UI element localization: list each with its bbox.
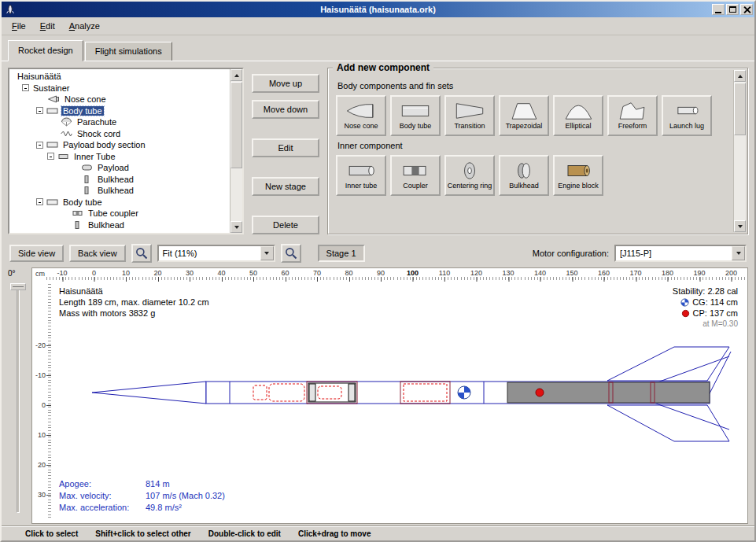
parachute-icon (60, 117, 73, 127)
collapse-icon[interactable] (36, 142, 43, 149)
h-ruler-tick: 170 (629, 269, 641, 277)
tree-item-label: Shock cord (76, 129, 122, 138)
tree-item-selected[interactable]: Body tube (9, 105, 230, 117)
move-down-button[interactable]: Move down (252, 100, 319, 119)
tree-item[interactable]: Haisunäätä (9, 71, 230, 83)
title-bar[interactable]: Haisunäätä (haisunaata.ork) (2, 2, 754, 17)
zoom-value: Fit (11%) (159, 249, 260, 258)
tree-item[interactable]: Inner Tube (9, 151, 230, 163)
inner-components-row: Inner tube Coupler Centering ring Bulkhe… (336, 155, 732, 196)
button-label: Trapezoidal (506, 123, 543, 131)
hint-shift-click: Shift+click to select other (95, 529, 190, 538)
add-inner-tube-button[interactable]: Inner tube (336, 155, 386, 196)
add-trapezoidal-fin-button[interactable]: Trapezoidal (499, 95, 549, 136)
body-tube-icon (398, 101, 433, 121)
ruler-unit-label: cm (35, 270, 45, 278)
add-bulkhead-button[interactable]: Bulkhead (499, 155, 549, 196)
add-body-tube-button[interactable]: Body tube (390, 95, 441, 136)
scroll-track[interactable] (230, 81, 242, 221)
collapse-icon[interactable] (36, 198, 43, 205)
maximize-button[interactable] (726, 4, 739, 15)
rotation-slider-thumb[interactable] (10, 283, 26, 290)
acceleration-value: 49.8 m/s² (146, 503, 182, 512)
menu-file[interactable]: File (5, 19, 33, 33)
h-ruler-tick: 20 (153, 269, 161, 277)
arrow-up-icon (738, 75, 743, 78)
zoom-out-button[interactable] (281, 244, 301, 263)
edit-button[interactable]: Edit (252, 138, 319, 157)
tree-item[interactable]: Payload (9, 162, 230, 174)
button-label: Coupler (403, 183, 428, 190)
zoom-in-button[interactable] (131, 244, 152, 263)
h-ruler-tick: 100 (407, 269, 419, 277)
motor-dropdown-button[interactable] (732, 246, 745, 260)
add-coupler-button[interactable]: Coupler (390, 155, 441, 196)
rotation-control: 0° (5, 267, 31, 524)
menu-edit[interactable]: Edit (33, 19, 62, 33)
scroll-thumb[interactable] (734, 83, 746, 135)
add-transition-button[interactable]: Transition (444, 95, 495, 136)
collapse-icon[interactable] (22, 84, 29, 91)
scroll-track[interactable] (734, 82, 746, 220)
motor-configuration-label: Motor configuration: (533, 249, 609, 258)
back-view-button[interactable]: Back view (69, 245, 126, 262)
add-engine-block-button[interactable]: Engine block (553, 155, 603, 196)
tree-scrollbar[interactable] (230, 69, 242, 233)
h-ruler-tick: 140 (534, 269, 546, 277)
tree-item[interactable]: Shock cord (9, 128, 230, 140)
scroll-thumb[interactable] (230, 82, 242, 168)
nose-cone-icon (344, 101, 378, 121)
rocket-name: Haisunäätä (59, 286, 209, 297)
tree-item[interactable]: Nose cone (9, 94, 230, 105)
h-ruler-tick: 50 (249, 269, 257, 277)
scroll-down-button[interactable] (734, 220, 746, 232)
magnifier-icon (284, 246, 298, 260)
flight-stats: Apogee:814 m Max. velocity:107 m/s (Mach… (59, 478, 225, 514)
rotation-slider-track[interactable] (17, 286, 20, 513)
collapse-icon[interactable] (36, 107, 43, 114)
cp-value: CP: 137 cm (693, 308, 738, 319)
stage-1-toggle[interactable]: Stage 1 (318, 245, 365, 262)
zoom-dropdown-button[interactable] (260, 246, 274, 260)
add-component-scrollbar[interactable] (733, 70, 746, 232)
minimize-button[interactable] (712, 4, 725, 15)
tree-item[interactable]: Tube coupler (9, 208, 230, 219)
freeform-fin-icon (615, 101, 650, 121)
scroll-up-button[interactable] (230, 69, 242, 81)
add-centering-ring-button[interactable]: Centering ring (444, 155, 495, 196)
close-icon (743, 6, 750, 13)
add-nose-cone-button[interactable]: Nose cone (336, 95, 386, 136)
collapse-icon[interactable] (47, 153, 54, 160)
h-ruler-tick: 190 (693, 269, 705, 277)
elliptical-fin-icon (561, 101, 596, 121)
close-button[interactable] (740, 4, 753, 15)
tree-item[interactable]: Bulkhead (9, 185, 230, 197)
new-stage-button[interactable]: New stage (252, 177, 319, 196)
add-freeform-fin-button[interactable]: Freeform (607, 95, 658, 136)
add-launch-lug-button[interactable]: Launch lug (662, 95, 712, 136)
tree-item[interactable]: Bulkhead (9, 174, 230, 186)
delete-button[interactable]: Delete (252, 216, 319, 234)
move-up-button[interactable]: Move up (252, 74, 319, 93)
tree-item[interactable]: Sustainer (9, 83, 230, 94)
tab-flight-simulations[interactable]: Flight simulations (85, 42, 172, 61)
scroll-down-button[interactable] (230, 221, 242, 233)
scroll-up-button[interactable] (734, 70, 746, 82)
tab-rocket-design[interactable]: Rocket design (8, 40, 83, 61)
tree-item-label: Bulkhead (96, 186, 135, 195)
tree-item[interactable]: Bulkhead (9, 219, 230, 231)
tree-item-label: Body tube (61, 106, 104, 116)
menu-analyze[interactable]: Analyze (62, 19, 107, 33)
tree-item[interactable]: Body tube (9, 197, 230, 208)
tree-item[interactable]: Payload body section (9, 139, 230, 151)
rocket-view-canvas[interactable]: cm -100102030405060708090100110120130140… (31, 267, 748, 524)
h-ruler-tick: 120 (470, 269, 482, 277)
cp-icon (681, 309, 690, 318)
add-elliptical-fin-button[interactable]: Elliptical (553, 95, 603, 136)
tree-item[interactable]: Parachute (9, 116, 230, 128)
motor-configuration-select[interactable]: [J115-P] (614, 245, 747, 262)
component-tree[interactable]: Haisunäätä Sustainer Nose cone Body tube… (9, 69, 230, 233)
side-view-button[interactable]: Side view (9, 245, 64, 262)
launch-lug-icon (669, 101, 704, 121)
zoom-select[interactable]: Fit (11%) (157, 245, 275, 262)
